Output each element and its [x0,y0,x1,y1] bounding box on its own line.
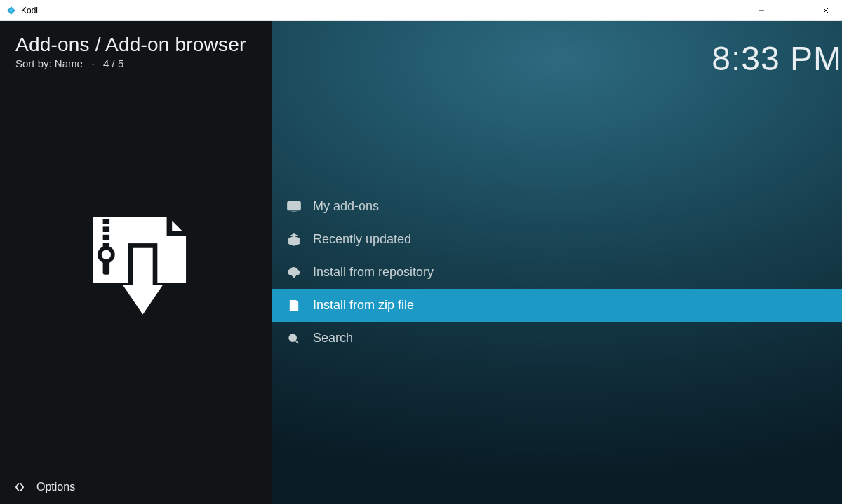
menu-item-label: Install from repository [313,265,434,280]
menu-item-search[interactable]: Search [272,322,842,355]
menu-item-label: Install from zip file [313,298,414,313]
menu-item-recently-updated[interactable]: Recently updated [272,223,842,256]
clock: 8:33 PM [711,39,842,78]
zip-file-icon [283,297,305,314]
zip-download-icon [69,207,203,333]
page-subheader: Sort by: Name · 4 / 5 [15,57,257,69]
menu-item-install-from-repository[interactable]: Install from repository [272,256,842,289]
titlebar-title: Kodi [21,6,38,15]
menu-item-label: My add-ons [313,199,379,214]
cloud-download-icon [283,264,305,281]
close-button[interactable] [810,0,842,21]
options-button[interactable]: Options [0,470,272,504]
addon-browser-menu: My add-ons Recently updated [272,190,842,355]
svg-rect-3 [791,8,796,13]
svg-rect-14 [133,248,152,287]
breadcrumb: Add-ons / Add-on browser Sort by: Name ·… [0,21,272,69]
box-open-icon [283,231,305,248]
svg-rect-6 [103,219,109,224]
options-label: Options [36,481,75,493]
menu-item-install-from-zip-file[interactable]: Install from zip file [272,289,842,322]
app-window: Kodi Add-ons / Add-on browser Sort by: N… [0,0,842,504]
menu-item-my-addons[interactable]: My add-ons [272,190,842,223]
main-panel: 8:33 PM My add-ons [272,21,842,504]
minimize-button[interactable] [745,0,777,21]
svg-rect-8 [103,235,109,240]
app-body: Add-ons / Add-on browser Sort by: Name ·… [0,21,842,504]
page-title: Add-ons / Add-on browser [15,34,257,56]
svg-point-24 [289,334,296,341]
menu-item-label: Search [313,331,353,346]
maximize-button[interactable] [777,0,810,21]
svg-rect-11 [103,260,109,275]
kodi-logo-icon [6,5,17,16]
options-icon [11,480,28,494]
sort-label: Sort by: Name [15,57,83,69]
position-indicator: 4 / 5 [103,57,123,69]
svg-point-17 [293,205,295,206]
svg-rect-7 [103,226,109,232]
titlebar: Kodi [0,0,842,21]
preview-icon-area [0,69,272,470]
svg-line-25 [295,340,298,343]
sidebar: Add-ons / Add-on browser Sort by: Name ·… [0,21,272,504]
monitor-icon [283,198,305,215]
menu-item-label: Recently updated [313,232,411,247]
search-icon [283,330,305,347]
